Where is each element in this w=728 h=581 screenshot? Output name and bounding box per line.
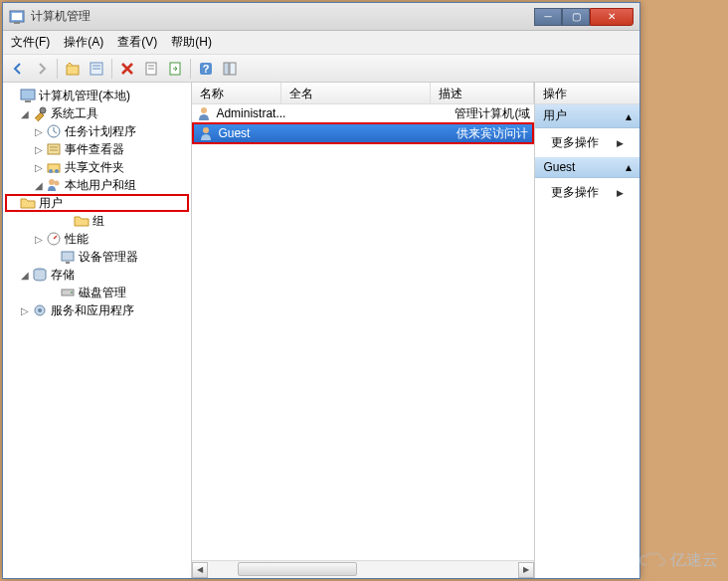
list-row-selected[interactable]: Guest 供来宾访问计 [192,122,534,144]
clock-icon [46,123,62,139]
toolbar: ? [3,55,639,83]
svg-point-36 [203,127,209,133]
svg-rect-14 [230,63,236,75]
watermark: 亿速云 [638,550,718,571]
tree-system-tools[interactable]: ◢系统工具 [5,104,189,122]
svg-point-23 [49,169,53,173]
properties-button[interactable] [86,58,107,80]
scroll-right-button[interactable]: ▶ [518,562,534,578]
tree-task-scheduler[interactable]: ▷任务计划程序 [5,122,189,140]
up-button[interactable] [62,58,84,80]
close-button[interactable]: ✕ [590,8,634,26]
menu-help[interactable]: 帮助(H) [171,34,212,51]
tree-storage[interactable]: ◢存储 [5,266,189,284]
app-icon [9,9,25,25]
chevron-right-icon: ▶ [617,188,624,198]
services-icon [32,302,48,318]
action-group-guest[interactable]: Guest ▴ [535,157,639,178]
forward-button[interactable] [31,58,53,80]
export-button[interactable] [164,58,186,80]
scroll-left-button[interactable]: ◀ [192,562,208,578]
action-more-1[interactable]: 更多操作 ▶ [535,128,639,157]
menu-file[interactable]: 文件(F) [11,34,50,51]
svg-point-32 [71,291,73,293]
svg-rect-1 [12,13,22,20]
share-icon [46,159,62,175]
list-body[interactable]: Administrat... 管理计算机(域 Guest 供来宾访问计 [192,104,534,560]
actions-header: 操作 [535,83,639,104]
svg-rect-19 [48,144,60,154]
action-group-users[interactable]: 用户 ▴ [535,104,639,128]
svg-text:?: ? [203,63,210,75]
svg-rect-2 [14,22,20,24]
separator [57,59,58,79]
tree-services[interactable]: ▷服务和应用程序 [5,301,189,319]
list-header: 名称 全名 描述 [192,83,534,104]
user-name: Administrat... [216,106,305,120]
separator [190,59,191,79]
tree-users[interactable]: 用户 [5,194,189,212]
svg-rect-15 [21,90,35,99]
scroll-track[interactable] [208,562,518,578]
user-name: Guest [218,126,307,140]
user-icon [198,125,214,141]
svg-rect-16 [25,100,31,102]
scroll-thumb[interactable] [238,562,357,576]
tree-shared-folders[interactable]: ▷共享文件夹 [5,158,189,176]
menubar: 文件(F) 操作(A) 查看(V) 帮助(H) [3,31,639,55]
event-icon [46,141,62,157]
svg-point-25 [49,179,55,185]
collapse-icon: ▴ [626,160,632,174]
menu-action[interactable]: 操作(A) [64,34,103,51]
tree-performance[interactable]: ▷性能 [5,230,189,248]
storage-icon [32,267,48,283]
disk-icon [60,285,76,300]
column-name[interactable]: 名称 [192,83,281,103]
device-icon [60,249,76,265]
tree-disk-mgmt[interactable]: 磁盘管理 [5,284,189,301]
tools-icon [32,105,48,121]
user-icon [196,105,212,121]
folder-icon [74,213,90,229]
separator [111,59,112,79]
list-row[interactable]: Administrat... 管理计算机(域 [192,104,534,122]
show-hide-button[interactable] [219,58,241,80]
column-description[interactable]: 描述 [431,83,534,103]
window-frame: 计算机管理 ─ ▢ ✕ 文件(F) 操作(A) 查看(V) 帮助(H) ? 计算… [2,2,640,579]
svg-rect-28 [62,252,74,261]
svg-rect-29 [66,262,70,264]
minimize-button[interactable]: ─ [534,8,562,26]
menu-view[interactable]: 查看(V) [117,34,157,51]
users-icon [46,177,62,193]
svg-point-17 [40,107,46,113]
performance-icon [46,231,62,247]
maximize-button[interactable]: ▢ [562,8,590,26]
user-desc: 管理计算机(域 [455,105,530,122]
svg-rect-13 [224,63,229,75]
content-area: 计算机管理(本地) ◢系统工具 ▷任务计划程序 ▷事件查看器 ▷共享文件夹 ◢本… [3,83,639,578]
horizontal-scrollbar[interactable]: ◀ ▶ [192,560,534,578]
actions-pane: 操作 用户 ▴ 更多操作 ▶ Guest ▴ 更多操作 ▶ [535,83,639,578]
computer-icon [20,88,36,103]
tree-root[interactable]: 计算机管理(本地) [5,87,189,104]
watermark-text: 亿速云 [670,550,718,571]
delete-button[interactable] [116,58,138,80]
titlebar[interactable]: 计算机管理 ─ ▢ ✕ [3,3,639,31]
user-desc: 供来宾访问计 [456,125,528,142]
svg-point-34 [38,308,42,312]
refresh-button[interactable] [140,58,162,80]
collapse-icon: ▴ [626,109,632,123]
action-more-2[interactable]: 更多操作 ▶ [535,178,639,207]
tree-local-users-groups[interactable]: ◢本地用户和组 [5,176,189,194]
list-pane: 名称 全名 描述 Administrat... 管理计算机(域 Guest 供来… [192,83,535,578]
column-fullname[interactable]: 全名 [281,83,431,103]
help-button[interactable]: ? [195,58,217,80]
folder-icon [20,195,36,211]
svg-point-35 [201,107,207,113]
svg-point-24 [55,169,59,173]
tree-device-manager[interactable]: 设备管理器 [5,248,189,266]
back-button[interactable] [7,58,29,80]
tree-event-viewer[interactable]: ▷事件查看器 [5,140,189,158]
tree-groups[interactable]: 组 [5,212,189,230]
tree-pane[interactable]: 计算机管理(本地) ◢系统工具 ▷任务计划程序 ▷事件查看器 ▷共享文件夹 ◢本… [3,83,192,578]
